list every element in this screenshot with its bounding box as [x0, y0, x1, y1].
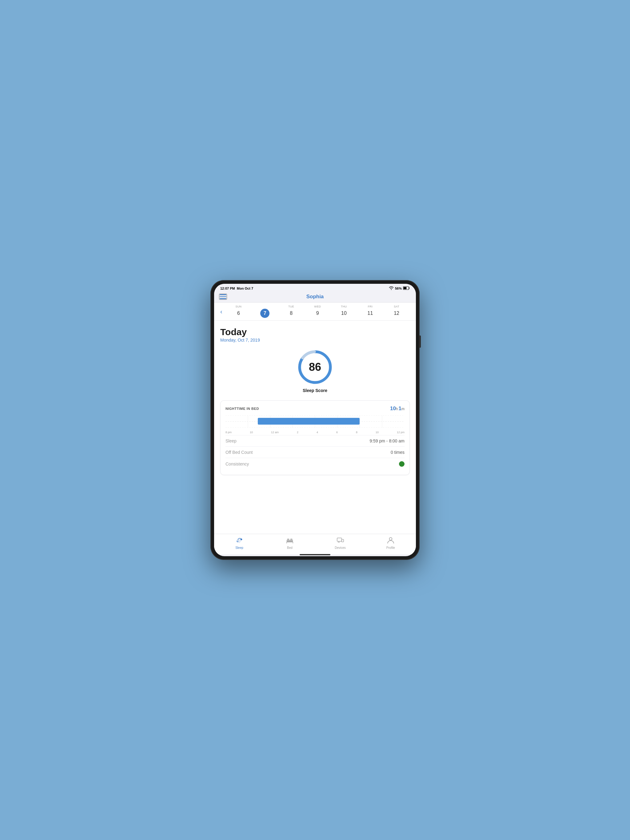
cal-day-num: 9: [313, 309, 322, 318]
consistency-dot: [399, 461, 405, 467]
svg-rect-1: [404, 287, 407, 289]
offbed-stat-label: Off Bed Count: [225, 450, 253, 455]
cal-day-name: FRI: [368, 305, 372, 308]
nighttime-duration: 10h1m: [390, 406, 405, 412]
main-content: Today Monday, Oct 7, 2019 86 Sleep Score: [214, 321, 416, 534]
tab-devices-label: Devices: [335, 546, 346, 549]
cal-day-num: 8: [287, 309, 296, 318]
sleep-score-circle: 86: [296, 349, 334, 385]
offbed-stat-row: Off Bed Count 0 times: [225, 447, 405, 458]
profile-tab-icon: [387, 537, 394, 545]
calendar-days: SUN 6 MON 7 TUE 8 WED 9 THU 10 FRI 11 SA…: [225, 305, 410, 318]
sleep-bar: [258, 418, 360, 425]
hamburger-button[interactable]: [219, 294, 227, 300]
today-heading: Today: [220, 327, 410, 337]
status-time: 12:07 PM Mon Oct 7: [220, 287, 253, 290]
svg-point-26: [389, 537, 392, 540]
duration-mins: 1: [399, 406, 401, 411]
cal-day-num: 6: [234, 309, 243, 318]
status-right: 56%: [389, 286, 410, 291]
chart-label-8pm: 8 pm: [225, 431, 232, 434]
tab-bar: Sleep Bed: [214, 534, 416, 554]
calendar-day-6[interactable]: SUN 6: [234, 305, 243, 318]
today-date: Monday, Oct 7, 2019: [220, 338, 410, 343]
cal-day-name: MON: [261, 305, 268, 308]
chart-label-10b: 10: [375, 431, 379, 434]
chart-label-6: 6: [336, 431, 338, 434]
nighttime-card: NIGHTTIME IN BED 10h1m: [220, 400, 410, 475]
side-button: [419, 335, 421, 348]
cal-day-name: THU: [341, 305, 347, 308]
calendar-day-12[interactable]: SAT 12: [392, 305, 401, 318]
duration-hours: 10: [390, 406, 396, 411]
chart-label-8: 8: [356, 431, 358, 434]
cal-day-name: TUE: [288, 305, 294, 308]
duration-h-label: h: [396, 407, 398, 411]
device-screen: 12:07 PM Mon Oct 7 56%: [214, 284, 416, 556]
nav-title: Sophia: [306, 294, 324, 300]
svg-point-15: [241, 538, 242, 540]
calendar-strip: ‹ SUN 6 MON 7 TUE 8 WED 9 THU 10 FRI 11 …: [214, 303, 416, 321]
tab-sleep-label: Sleep: [235, 546, 243, 549]
tab-sleep[interactable]: Sleep: [214, 537, 264, 549]
status-bar: 12:07 PM Mon Oct 7 56%: [214, 284, 416, 292]
chart-label-4: 4: [317, 431, 318, 434]
nav-header: Sophia: [214, 292, 416, 303]
tab-profile[interactable]: Profile: [366, 537, 416, 549]
chart-label-2: 2: [297, 431, 298, 434]
tab-bed-label: Bed: [287, 546, 293, 549]
nighttime-header: NIGHTTIME IN BED 10h1m: [225, 406, 405, 412]
sleep-stat-row: Sleep 9:59 pm - 8:00 am: [225, 435, 405, 447]
duration-m-label: m: [401, 407, 405, 411]
svg-rect-22: [337, 538, 342, 542]
wifi-icon: [389, 286, 394, 291]
chart-labels: 8 pm 10 12 am 2 4 6 8 10 12 pm: [225, 431, 405, 434]
bed-tab-icon: [286, 537, 293, 545]
offbed-stat-value: 0 times: [391, 450, 405, 455]
sleep-stat-label: Sleep: [225, 439, 237, 444]
sleep-score-label: Sleep Score: [303, 388, 327, 393]
cal-day-num: 11: [366, 309, 375, 318]
cal-day-num: 10: [339, 309, 348, 318]
cal-day-name: WED: [314, 305, 321, 308]
devices-tab-icon: [337, 537, 344, 545]
battery-percent: 56%: [395, 287, 402, 290]
calendar-back-button[interactable]: ‹: [220, 308, 222, 315]
tab-devices[interactable]: Devices: [315, 537, 366, 549]
calendar-day-11[interactable]: FRI 11: [366, 305, 375, 318]
sleep-stat-value: 9:59 pm - 8:00 am: [369, 439, 405, 444]
chart-label-12pm: 12 pm: [397, 431, 405, 434]
sleep-tab-icon: [236, 537, 243, 545]
consistency-stat-row: Consistency: [225, 458, 405, 470]
sleep-score-container: 86 Sleep Score: [220, 349, 410, 393]
tab-profile-label: Profile: [386, 546, 395, 549]
tab-bed[interactable]: Bed: [264, 537, 315, 549]
calendar-day-9[interactable]: WED 9: [313, 305, 322, 318]
home-indicator-bar: [300, 554, 330, 555]
device-frame: 12:07 PM Mon Oct 7 56%: [211, 280, 419, 560]
calendar-day-10[interactable]: THU 10: [339, 305, 348, 318]
battery-icon: [403, 286, 410, 291]
home-indicator: [214, 554, 416, 556]
cal-day-name: SAT: [394, 305, 399, 308]
chart-label-12am: 12 am: [271, 431, 279, 434]
sleep-score-number: 86: [309, 361, 321, 374]
nighttime-title: NIGHTTIME IN BED: [225, 407, 259, 411]
consistency-stat-label: Consistency: [225, 461, 249, 466]
svg-rect-18: [287, 539, 289, 540]
svg-rect-23: [342, 539, 343, 542]
svg-rect-19: [290, 539, 293, 540]
chart-label-10: 10: [250, 431, 253, 434]
cal-day-num: 12: [392, 309, 401, 318]
calendar-day-7[interactable]: MON 7: [260, 305, 269, 318]
calendar-day-8[interactable]: TUE 8: [287, 305, 296, 318]
cal-day-name: SUN: [236, 305, 242, 308]
sleep-chart: 8 pm 10 12 am 2 4 6 8 10 12 pm: [225, 415, 405, 434]
cal-day-num: 7: [260, 309, 269, 318]
